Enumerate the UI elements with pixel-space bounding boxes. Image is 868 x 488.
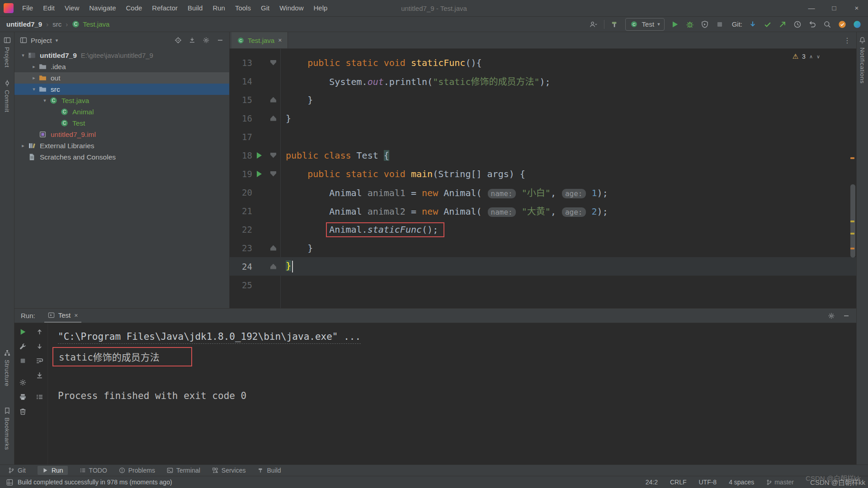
code-line-13[interactable]: 13 public static void staticFunc(){	[230, 53, 856, 72]
prev-trace-icon[interactable]	[35, 327, 44, 336]
fold-start-icon[interactable]	[266, 153, 280, 158]
breadcrumb-item-untitled7-9[interactable]: untitled7_9	[6, 20, 42, 28]
user-menu-icon[interactable]	[589, 20, 598, 29]
scroll-to-end-icon[interactable]	[35, 371, 44, 380]
tree-item-test-java[interactable]: ▾CTest.java	[14, 95, 229, 106]
code-line-18[interactable]: 18public class Test {	[230, 146, 856, 164]
code-line-20[interactable]: 20 Animal animal1 = new Animal( name: "小…	[230, 183, 856, 202]
chevron-down-icon[interactable]: ▾	[40, 98, 50, 103]
fold-end-icon[interactable]	[266, 97, 280, 103]
caret-position[interactable]: 24:2	[646, 479, 658, 486]
editor-tab-test-java[interactable]: C Test.java ×	[231, 32, 288, 48]
tree-item-untitled7-9[interactable]: ▾untitled7_9E:\gitee\java\untitled7_9	[14, 50, 229, 61]
menu-window[interactable]: Window	[274, 0, 308, 16]
chevron-down-icon[interactable]: ▾	[18, 52, 28, 58]
build-project-icon[interactable]	[610, 20, 619, 29]
menu-edit[interactable]: Edit	[38, 0, 60, 16]
menu-refactor[interactable]: Refactor	[147, 0, 183, 16]
panel-settings-icon[interactable]	[203, 37, 210, 44]
tool-windows-toggle-icon[interactable]	[6, 479, 13, 486]
menu-git[interactable]: Git	[256, 0, 274, 16]
tool-window-button-terminal[interactable]: Terminal	[167, 467, 200, 474]
tree-item-src[interactable]: ▾src	[14, 84, 229, 95]
chevron-down-icon[interactable]: ▾	[29, 86, 39, 92]
settings-icon[interactable]	[838, 20, 847, 29]
tool-window-button-run[interactable]: Run	[38, 466, 68, 475]
hide-run-panel-icon[interactable]	[843, 312, 850, 319]
tool-window-button-services[interactable]: Services	[212, 467, 246, 474]
prev-warning-icon[interactable]: ∧	[809, 54, 813, 60]
tool-strip-structure[interactable]: Structure	[4, 349, 11, 386]
code-line-22[interactable]: 22 Animal.staticFunc();	[230, 220, 856, 239]
menu-navigate[interactable]: Navigate	[84, 0, 121, 16]
git-branch-widget[interactable]: master	[766, 479, 794, 486]
code-line-15[interactable]: 15 }	[230, 90, 856, 109]
minimize-button[interactable]: —	[800, 0, 823, 16]
rollback-button[interactable]	[808, 20, 817, 29]
code-line-21[interactable]: 21 Animal animal2 = new Animal( name: "大…	[230, 202, 856, 220]
avatar[interactable]	[853, 20, 862, 29]
run-button[interactable]	[670, 20, 679, 29]
stripe-warning-mark[interactable]	[850, 233, 854, 235]
hide-panel-icon[interactable]	[217, 37, 224, 44]
tool-window-button-problems[interactable]: Problems	[119, 467, 155, 474]
fold-start-icon[interactable]	[266, 171, 280, 177]
tree-item-scratches-and-consoles[interactable]: Scratches and Consoles	[14, 151, 229, 163]
history-button[interactable]	[793, 20, 802, 29]
tool-strip-label[interactable]: Notifications	[859, 47, 866, 84]
modify-run-config-icon[interactable]	[19, 342, 28, 351]
close-icon[interactable]: ×	[278, 37, 282, 44]
tool-strip-commit[interactable]: Commit	[4, 80, 11, 113]
close-icon[interactable]: ×	[74, 312, 78, 319]
run-settings-icon[interactable]	[828, 312, 835, 319]
tool-window-button-build[interactable]: Build	[258, 467, 281, 474]
code-line-16[interactable]: 16}	[230, 109, 856, 127]
tree-item-idea[interactable]: ▸.idea	[14, 61, 229, 72]
collapse-all-icon[interactable]	[189, 37, 196, 44]
tree-item-external-libraries[interactable]: ▸External Libraries	[14, 140, 229, 151]
fold-end-icon[interactable]	[266, 264, 280, 269]
file-encoding[interactable]: UTF-8	[698, 479, 717, 486]
tool-window-button-git[interactable]: Git	[8, 467, 26, 474]
menu-build[interactable]: Build	[183, 0, 208, 16]
run-gutter-icon[interactable]	[252, 171, 266, 177]
run-gutter-icon[interactable]	[252, 152, 266, 159]
stop-process-button[interactable]	[19, 356, 28, 365]
inspections-widget[interactable]: ⚠ 3 ∧∨	[793, 52, 820, 61]
tree-item-out[interactable]: ▸out	[14, 72, 229, 84]
tool-window-button-todo[interactable]: TODO	[80, 467, 107, 474]
stripe-warning-mark[interactable]	[850, 157, 854, 159]
tool-strip-project[interactable]: Project	[4, 37, 11, 68]
git-push-button[interactable]	[778, 20, 787, 29]
clear-console-icon[interactable]	[19, 407, 28, 416]
next-trace-icon[interactable]	[35, 342, 44, 351]
locate-file-icon[interactable]	[175, 37, 182, 44]
menu-help[interactable]: Help	[309, 0, 333, 16]
soft-wrap-icon[interactable]	[35, 356, 44, 365]
fold-start-icon[interactable]	[266, 60, 280, 66]
chevron-right-icon[interactable]: ▸	[18, 143, 28, 149]
code-line-25[interactable]: 25	[230, 276, 856, 294]
run-console[interactable]: "C:\Program Files\Java\jdk1.8.0_192\bin\…	[48, 323, 856, 465]
debug-button[interactable]	[685, 20, 694, 29]
fold-end-icon[interactable]	[266, 245, 280, 251]
tree-item-untitled7-9-iml[interactable]: untitled7_9.iml	[14, 129, 229, 140]
code-line-19[interactable]: 19 public static void main(String[] args…	[230, 164, 856, 183]
run-tab-test[interactable]: Test ×	[44, 309, 82, 323]
console-menu-icon[interactable]	[35, 392, 44, 401]
search-everywhere-icon[interactable]	[823, 20, 832, 29]
git-update-button[interactable]	[748, 20, 757, 29]
console-settings-icon[interactable]	[19, 378, 28, 387]
code-editor[interactable]: 13 public static void staticFunc(){14 Sy…	[230, 49, 856, 308]
stripe-warning-mark[interactable]	[850, 248, 854, 249]
breadcrumb-item-test-java[interactable]: CTest.java	[72, 20, 109, 28]
coverage-button[interactable]	[700, 20, 709, 29]
print-icon[interactable]	[19, 392, 28, 401]
run-config-selector[interactable]: C Test ▾	[625, 18, 665, 31]
line-separator[interactable]: CRLF	[670, 479, 687, 486]
tree-item-animal[interactable]: CAnimal	[14, 106, 229, 117]
code-line-17[interactable]: 17	[230, 127, 856, 146]
chevron-right-icon[interactable]: ▸	[29, 75, 39, 81]
menu-view[interactable]: View	[60, 0, 84, 16]
notifications-icon[interactable]	[859, 37, 866, 43]
